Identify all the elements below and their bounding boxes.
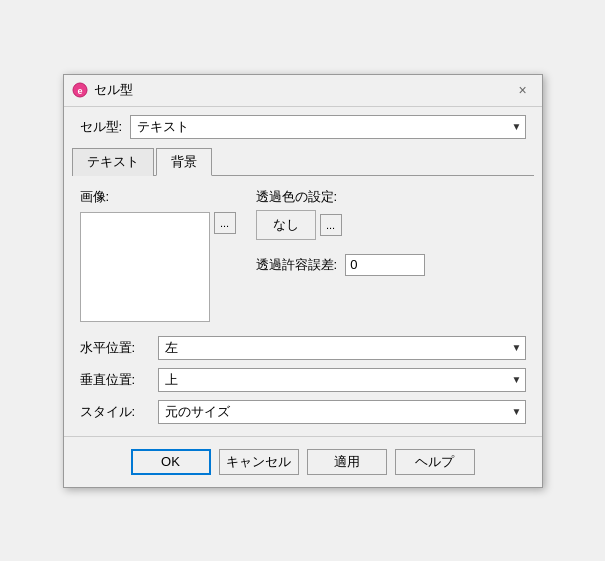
transparency-section: 透過色の設定: なし ... 透過許容誤差:	[256, 188, 526, 322]
apply-button[interactable]: 適用	[307, 449, 387, 475]
trans-color-label: 透過色の設定:	[256, 188, 526, 206]
trans-color-browse-button[interactable]: ...	[320, 214, 342, 236]
tab-text[interactable]: テキスト	[72, 148, 154, 176]
tabs: テキスト 背景	[72, 147, 534, 176]
trans-color-row: なし ...	[256, 210, 526, 240]
image-label: 画像:	[80, 188, 236, 206]
dialog-title: セル型	[94, 81, 133, 99]
style-select[interactable]: 元のサイズ 拡大縮小 タイル	[158, 400, 526, 424]
image-box-row: ...	[80, 212, 236, 322]
trans-color-box: なし	[256, 210, 316, 240]
svg-text:e: e	[77, 86, 82, 96]
title-bar: e セル型 ×	[64, 75, 542, 107]
trans-color-group: 透過色の設定: なし ...	[256, 188, 526, 240]
cell-type-select-wrapper: テキスト ▼	[130, 115, 525, 139]
vertical-label: 垂直位置:	[80, 371, 150, 389]
horizontal-select[interactable]: 左 中央 右	[158, 336, 526, 360]
horizontal-position-row: 水平位置: 左 中央 右 ▼	[80, 336, 526, 360]
image-browse-button[interactable]: ...	[214, 212, 236, 234]
cell-type-dialog: e セル型 × セル型: テキスト ▼ テキスト 背景	[63, 74, 543, 488]
trans-tolerance-row: 透過許容誤差:	[256, 254, 526, 276]
content-area: 画像: ... 透過色の設定: なし ...	[80, 188, 526, 322]
cell-type-label: セル型:	[80, 118, 123, 136]
cancel-button[interactable]: キャンセル	[219, 449, 299, 475]
close-button[interactable]: ×	[512, 79, 534, 101]
position-section: 水平位置: 左 中央 右 ▼ 垂直位置: 上 中央 下	[80, 336, 526, 424]
style-label: スタイル:	[80, 403, 150, 421]
dialog-icon: e	[72, 82, 88, 98]
horizontal-select-wrapper: 左 中央 右 ▼	[158, 336, 526, 360]
tab-content-background: 画像: ... 透過色の設定: なし ...	[64, 176, 542, 436]
cell-type-select[interactable]: テキスト	[130, 115, 525, 139]
help-button[interactable]: ヘルプ	[395, 449, 475, 475]
button-row: OK キャンセル 適用 ヘルプ	[64, 436, 542, 487]
cell-type-row: セル型: テキスト ▼	[64, 107, 542, 147]
title-bar-left: e セル型	[72, 81, 133, 99]
vertical-select[interactable]: 上 中央 下	[158, 368, 526, 392]
style-select-wrapper: 元のサイズ 拡大縮小 タイル ▼	[158, 400, 526, 424]
image-section: 画像: ...	[80, 188, 236, 322]
vertical-position-row: 垂直位置: 上 中央 下 ▼	[80, 368, 526, 392]
style-row: スタイル: 元のサイズ 拡大縮小 タイル ▼	[80, 400, 526, 424]
image-preview	[80, 212, 210, 322]
horizontal-label: 水平位置:	[80, 339, 150, 357]
trans-tolerance-input[interactable]	[345, 254, 425, 276]
trans-tolerance-label: 透過許容誤差:	[256, 256, 338, 274]
ok-button[interactable]: OK	[131, 449, 211, 475]
vertical-select-wrapper: 上 中央 下 ▼	[158, 368, 526, 392]
tab-background[interactable]: 背景	[156, 148, 212, 176]
